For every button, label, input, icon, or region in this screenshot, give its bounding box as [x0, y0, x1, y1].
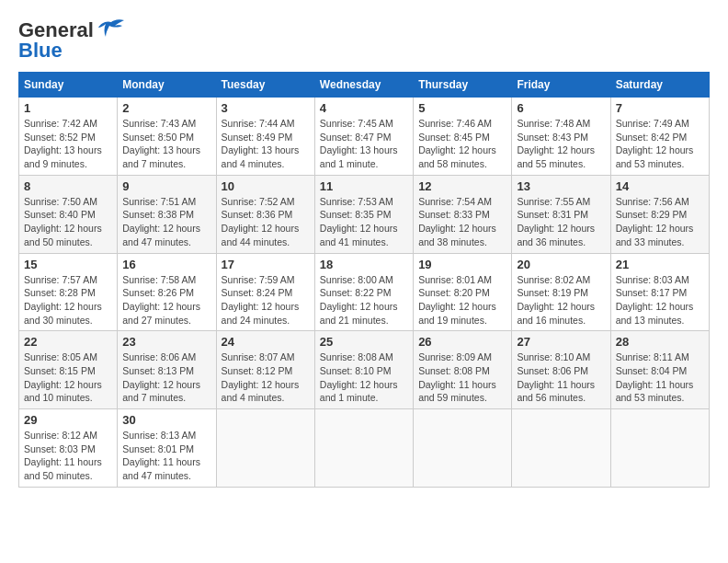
day-info: Sunrise: 7:44 AM Sunset: 8:49 PM Dayligh…: [222, 117, 310, 171]
calendar-week-row: 1 Sunrise: 7:42 AM Sunset: 8:52 PM Dayli…: [19, 98, 710, 176]
day-number: 3: [222, 101, 310, 115]
daylight-label: Daylight: 11 hours and 56 minutes.: [517, 379, 595, 404]
day-info: Sunrise: 7:57 AM Sunset: 8:28 PM Dayligh…: [24, 273, 112, 327]
day-info: Sunrise: 7:59 AM Sunset: 8:24 PM Dayligh…: [222, 273, 310, 327]
daylight-label: Daylight: 11 hours and 59 minutes.: [418, 379, 496, 404]
daylight-label: Daylight: 12 hours and 4 minutes.: [222, 379, 300, 404]
day-number: 4: [320, 101, 408, 115]
day-info: Sunrise: 8:06 AM Sunset: 8:13 PM Dayligh…: [122, 350, 210, 405]
col-thursday: Thursday: [414, 73, 512, 98]
sunrise-label: Sunrise: 8:05 AM: [24, 351, 97, 362]
calendar-cell: 14 Sunrise: 7:56 AM Sunset: 8:29 PM Dayl…: [610, 175, 709, 253]
day-number: 17: [222, 258, 310, 271]
sunset-label: Sunset: 8:24 PM: [222, 287, 293, 298]
calendar-header-row: Sunday Monday Tuesday Wednesday Thursday…: [19, 73, 710, 98]
daylight-label: Daylight: 12 hours and 38 minutes.: [418, 223, 496, 247]
calendar-cell: 17 Sunrise: 7:59 AM Sunset: 8:24 PM Dayl…: [216, 253, 314, 331]
day-number: 24: [222, 335, 310, 349]
sunset-label: Sunset: 8:36 PM: [222, 209, 293, 220]
sunset-label: Sunset: 8:10 PM: [320, 365, 392, 376]
sunset-label: Sunset: 8:40 PM: [24, 209, 96, 220]
day-info: Sunrise: 8:08 AM Sunset: 8:10 PM Dayligh…: [320, 350, 408, 405]
day-info: Sunrise: 8:02 AM Sunset: 8:19 PM Dayligh…: [517, 273, 605, 327]
sunset-label: Sunset: 8:38 PM: [122, 209, 194, 220]
sunset-label: Sunset: 8:01 PM: [122, 443, 194, 454]
day-number: 22: [24, 335, 112, 349]
day-number: 10: [222, 179, 310, 193]
day-info: Sunrise: 8:01 AM Sunset: 8:20 PM Dayligh…: [418, 273, 506, 327]
calendar-cell: 16 Sunrise: 7:58 AM Sunset: 8:26 PM Dayl…: [118, 253, 216, 331]
day-info: Sunrise: 7:58 AM Sunset: 8:26 PM Dayligh…: [122, 273, 210, 327]
daylight-label: Daylight: 12 hours and 41 minutes.: [320, 223, 398, 247]
sunrise-label: Sunrise: 8:10 AM: [517, 351, 590, 362]
sunrise-label: Sunrise: 8:09 AM: [418, 351, 492, 362]
daylight-label: Daylight: 12 hours and 19 minutes.: [418, 301, 496, 326]
sunrise-label: Sunrise: 8:02 AM: [517, 274, 590, 285]
logo-bird-icon: [97, 18, 126, 42]
calendar-cell: 1 Sunrise: 7:42 AM Sunset: 8:52 PM Dayli…: [19, 98, 118, 176]
sunrise-label: Sunrise: 7:56 AM: [616, 196, 689, 207]
calendar-cell: 24 Sunrise: 8:07 AM Sunset: 8:12 PM Dayl…: [216, 331, 314, 409]
daylight-label: Daylight: 12 hours and 33 minutes.: [616, 223, 694, 247]
sunset-label: Sunset: 8:52 PM: [24, 132, 96, 143]
sunrise-label: Sunrise: 7:43 AM: [122, 118, 196, 129]
sunset-label: Sunset: 8:06 PM: [517, 365, 588, 376]
daylight-label: Daylight: 13 hours and 1 minute.: [320, 144, 398, 169]
sunrise-label: Sunrise: 8:00 AM: [320, 274, 393, 285]
sunrise-label: Sunrise: 8:08 AM: [320, 351, 393, 362]
calendar-cell: 8 Sunrise: 7:50 AM Sunset: 8:40 PM Dayli…: [19, 175, 118, 253]
calendar-cell: [314, 409, 413, 488]
sunrise-label: Sunrise: 7:53 AM: [320, 196, 393, 207]
day-info: Sunrise: 8:00 AM Sunset: 8:22 PM Dayligh…: [320, 273, 408, 327]
calendar-week-row: 29 Sunrise: 8:12 AM Sunset: 8:03 PM Dayl…: [19, 409, 710, 488]
day-number: 20: [517, 258, 605, 271]
calendar-cell: 27 Sunrise: 8:10 AM Sunset: 8:06 PM Dayl…: [512, 331, 610, 409]
day-number: 1: [24, 101, 112, 115]
day-number: 7: [616, 101, 704, 115]
calendar-cell: 18 Sunrise: 8:00 AM Sunset: 8:22 PM Dayl…: [314, 253, 413, 331]
day-info: Sunrise: 7:43 AM Sunset: 8:50 PM Dayligh…: [122, 117, 210, 171]
col-sunday: Sunday: [19, 73, 118, 98]
calendar-cell: 30 Sunrise: 8:13 AM Sunset: 8:01 PM Dayl…: [118, 409, 216, 488]
col-wednesday: Wednesday: [314, 73, 413, 98]
day-number: 14: [616, 179, 704, 193]
col-friday: Friday: [512, 73, 610, 98]
day-info: Sunrise: 7:52 AM Sunset: 8:36 PM Dayligh…: [222, 195, 310, 249]
daylight-label: Daylight: 12 hours and 13 minutes.: [616, 301, 694, 326]
sunset-label: Sunset: 8:33 PM: [418, 209, 490, 220]
daylight-label: Daylight: 12 hours and 58 minutes.: [418, 144, 496, 169]
calendar-week-row: 22 Sunrise: 8:05 AM Sunset: 8:15 PM Dayl…: [19, 331, 710, 409]
daylight-label: Daylight: 12 hours and 24 minutes.: [222, 301, 300, 326]
col-tuesday: Tuesday: [216, 73, 314, 98]
sunset-label: Sunset: 8:50 PM: [122, 132, 194, 143]
daylight-label: Daylight: 11 hours and 47 minutes.: [122, 456, 200, 481]
calendar-cell: 11 Sunrise: 7:53 AM Sunset: 8:35 PM Dayl…: [314, 175, 413, 253]
calendar-cell: 12 Sunrise: 7:54 AM Sunset: 8:33 PM Dayl…: [414, 175, 512, 253]
daylight-label: Daylight: 13 hours and 7 minutes.: [122, 144, 200, 169]
sunrise-label: Sunrise: 8:01 AM: [418, 274, 492, 285]
day-info: Sunrise: 7:55 AM Sunset: 8:31 PM Dayligh…: [517, 195, 605, 249]
day-info: Sunrise: 7:50 AM Sunset: 8:40 PM Dayligh…: [24, 195, 112, 249]
calendar-table: Sunday Monday Tuesday Wednesday Thursday…: [18, 72, 710, 488]
calendar-cell: 29 Sunrise: 8:12 AM Sunset: 8:03 PM Dayl…: [19, 409, 118, 488]
daylight-label: Daylight: 12 hours and 7 minutes.: [122, 379, 200, 404]
page-header: General Blue: [18, 18, 710, 63]
day-info: Sunrise: 8:03 AM Sunset: 8:17 PM Dayligh…: [616, 273, 704, 327]
day-number: 29: [24, 413, 112, 427]
day-info: Sunrise: 7:45 AM Sunset: 8:47 PM Dayligh…: [320, 117, 408, 171]
calendar-cell: 28 Sunrise: 8:11 AM Sunset: 8:04 PM Dayl…: [610, 331, 709, 409]
day-number: 27: [517, 335, 605, 349]
day-number: 18: [320, 258, 408, 271]
sunset-label: Sunset: 8:26 PM: [122, 287, 194, 298]
sunset-label: Sunset: 8:43 PM: [517, 132, 588, 143]
day-number: 13: [517, 179, 605, 193]
sunrise-label: Sunrise: 8:07 AM: [222, 351, 295, 362]
day-info: Sunrise: 7:51 AM Sunset: 8:38 PM Dayligh…: [122, 195, 210, 249]
calendar-cell: 10 Sunrise: 7:52 AM Sunset: 8:36 PM Dayl…: [216, 175, 314, 253]
sunrise-label: Sunrise: 7:50 AM: [24, 196, 97, 207]
daylight-label: Daylight: 12 hours and 53 minutes.: [616, 144, 694, 169]
day-number: 8: [24, 179, 112, 193]
sunrise-label: Sunrise: 8:06 AM: [122, 351, 196, 362]
sunrise-label: Sunrise: 7:42 AM: [24, 118, 97, 129]
sunset-label: Sunset: 8:04 PM: [616, 365, 688, 376]
